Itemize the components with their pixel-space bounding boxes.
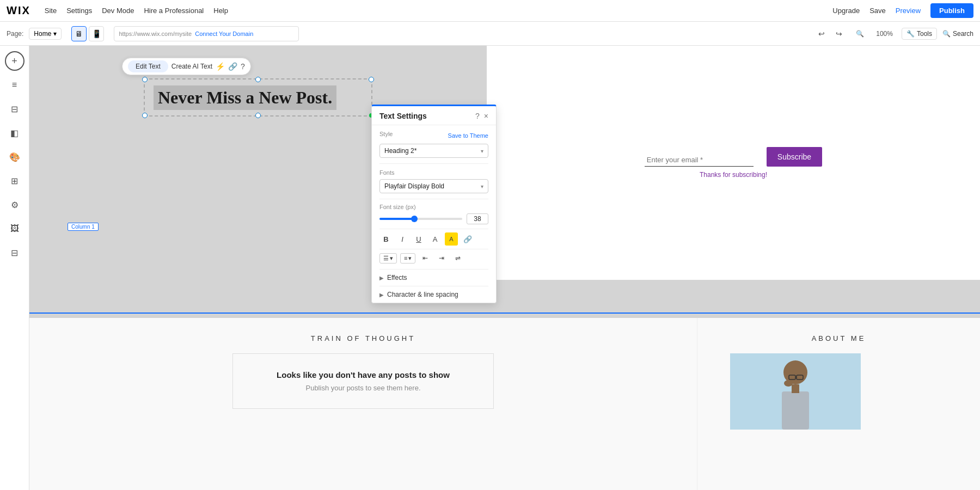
underline-button[interactable]: U: [412, 232, 425, 246]
canvas-section-top: Column 1 Never Miss a New Post. ↺ Sectio…: [29, 46, 980, 318]
italic-button[interactable]: I: [396, 232, 409, 246]
canvas: Edit Text Create AI Text ⚡ 🔗 ? Column 1 …: [29, 46, 980, 490]
align-toolbar: ☰ ▾ ≡ ▾ ⇤ ⇥ ⇌: [372, 249, 496, 269]
save-to-theme-link[interactable]: Save to Theme: [448, 132, 488, 139]
decrease-indent-button[interactable]: ⇤: [419, 252, 432, 265]
highlight-button[interactable]: A: [445, 232, 458, 246]
bold-button[interactable]: B: [379, 232, 393, 246]
resize-handle-tl[interactable]: [142, 77, 148, 82]
redo-button[interactable]: ↪: [831, 26, 847, 41]
url-bar: https://www.wix.com/mysite Connect Your …: [114, 26, 299, 41]
search-icon: 🔍: [942, 30, 951, 38]
subscribe-thanks-text: Thanks for subscribing!: [645, 171, 822, 179]
effects-label: Effects: [387, 274, 407, 281]
sidebar-pages-icon[interactable]: ≡: [5, 75, 24, 95]
sidebar-image-icon[interactable]: 🖼: [5, 219, 24, 238]
font-size-slider-thumb[interactable]: [411, 216, 418, 222]
help-icon[interactable]: ?: [241, 62, 245, 71]
text-selection-highlight: Never Miss a New Post.: [154, 85, 336, 110]
panel-header-actions: ? ×: [475, 112, 488, 120]
resize-handle-tc[interactable]: [255, 77, 261, 82]
subscribe-content: Subscribe Thanks for subscribing!: [645, 147, 822, 179]
preview-button[interactable]: Preview: [896, 7, 921, 15]
list-dropdown-arrow: ▾: [408, 255, 412, 262]
font-size-slider-track[interactable]: [379, 218, 462, 220]
nav-dev-mode[interactable]: Dev Mode: [102, 7, 134, 15]
resize-handle-bc[interactable]: [255, 113, 261, 118]
edit-text-button[interactable]: Edit Text: [128, 60, 168, 72]
desktop-view-btn[interactable]: 🖥: [71, 26, 87, 41]
mobile-view-btn[interactable]: 📱: [89, 26, 104, 41]
tools-button[interactable]: 🔧 Tools: [902, 28, 937, 40]
sidebar-media-icon[interactable]: ⚙: [5, 195, 24, 215]
char-spacing-label: Character & line spacing: [387, 291, 458, 298]
align-dropdown-arrow: ▾: [390, 255, 393, 262]
heading-text-element[interactable]: Never Miss a New Post. ↺: [144, 78, 372, 117]
nav-site[interactable]: Site: [45, 7, 57, 15]
nav-settings[interactable]: Settings: [66, 7, 92, 15]
panel-help-icon[interactable]: ?: [475, 112, 480, 120]
page-selector[interactable]: Home ▾: [29, 28, 62, 40]
add-element-button[interactable]: +: [5, 51, 24, 71]
create-ai-text-button[interactable]: Create AI Text: [171, 63, 212, 70]
text-settings-panel: Text Settings ? × Style Save to Theme He…: [371, 105, 497, 303]
search-button[interactable]: 🔍 Search: [942, 30, 973, 38]
panel-close-icon[interactable]: ×: [484, 112, 488, 120]
device-toggle: 🖥 📱: [71, 26, 104, 41]
style-dropdown[interactable]: Heading 2* ▾: [379, 144, 488, 158]
about-section-heading: ABOUT ME: [730, 334, 947, 342]
fonts-label: Fonts: [379, 169, 488, 176]
sidebar-theme-icon[interactable]: 🎨: [5, 147, 24, 167]
tools-icon: 🔧: [906, 30, 915, 38]
email-input[interactable]: [645, 154, 754, 167]
font-size-input[interactable]: [467, 213, 488, 224]
sidebar-apps-icon[interactable]: ⊞: [5, 171, 24, 191]
text-color-button[interactable]: A: [428, 232, 442, 246]
heading-text-content: Never Miss a New Post.: [158, 88, 332, 107]
sidebar-section-icon[interactable]: ⊟: [5, 99, 24, 119]
zoom-out-icon[interactable]: 🔍: [852, 26, 867, 41]
url-text: https://www.wix.com/mysite: [119, 30, 192, 37]
increase-indent-button[interactable]: ⇥: [435, 252, 448, 265]
link-icon[interactable]: 🔗: [228, 62, 237, 71]
text-align-dropdown[interactable]: ☰ ▾: [379, 253, 397, 264]
style-row: Style Save to Theme: [379, 131, 488, 140]
wix-logo: WIX: [7, 4, 30, 17]
tools-label: Tools: [917, 30, 932, 38]
text-direction-button[interactable]: ⇌: [451, 252, 464, 265]
svg-rect-5: [792, 384, 799, 393]
subscribe-section: Subscribe Thanks for subscribing!: [487, 46, 980, 280]
list-type-dropdown[interactable]: ≡ ▾: [400, 253, 415, 264]
link-button[interactable]: 🔗: [461, 232, 474, 246]
sidebar-background-icon[interactable]: ◧: [5, 123, 24, 143]
train-of-thought-section: TRAIN OF THOUGHT Looks like you don't ha…: [29, 318, 697, 490]
magic-wand-icon[interactable]: ⚡: [216, 62, 225, 71]
connect-domain-link[interactable]: Connect Your Domain: [195, 30, 253, 37]
font-dropdown[interactable]: Playfair Display Bold ▾: [379, 179, 488, 193]
resize-handle-bl[interactable]: [142, 113, 148, 118]
nav-help[interactable]: Help: [213, 7, 228, 15]
char-spacing-collapsible[interactable]: ▶ Character & line spacing: [372, 286, 496, 303]
sidebar-layers-icon[interactable]: ⊟: [5, 243, 24, 262]
effects-collapsible[interactable]: ▶ Effects: [372, 270, 496, 286]
panel-title: Text Settings: [379, 112, 427, 120]
undo-button[interactable]: ↩: [814, 26, 829, 41]
publish-button[interactable]: Publish: [930, 3, 973, 18]
no-posts-title: Looks like you don't have any posts to s…: [255, 370, 471, 379]
font-size-label: Font size (px): [379, 204, 488, 210]
format-toolbar: B I U A A 🔗: [372, 229, 496, 249]
floating-edit-toolbar: Edit Text Create AI Text ⚡ 🔗 ?: [122, 58, 251, 75]
save-button[interactable]: Save: [869, 7, 886, 15]
svg-rect-4: [782, 391, 809, 430]
resize-handle-tr[interactable]: [369, 77, 374, 82]
column-label: Column 1: [68, 223, 99, 231]
font-size-row: [379, 213, 488, 224]
font-dropdown-arrow: ▾: [481, 183, 483, 189]
upgrade-link[interactable]: Upgrade: [832, 7, 860, 15]
about-me-section: ABOUT ME: [697, 318, 980, 490]
font-size-section: Font size (px): [372, 199, 496, 229]
subscribe-button[interactable]: Subscribe: [767, 147, 822, 167]
style-value: Heading 2*: [384, 147, 416, 155]
person-silhouette: [730, 353, 861, 430]
nav-hire-professional[interactable]: Hire a Professional: [144, 7, 204, 15]
